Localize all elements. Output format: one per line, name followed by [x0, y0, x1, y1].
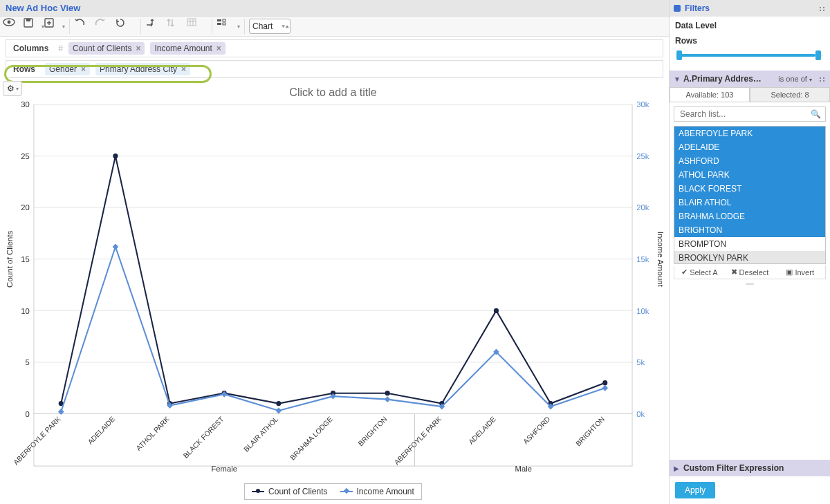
svg-text:ASHFORD: ASHFORD: [522, 415, 551, 445]
resize-handle-icon[interactable]: ══: [670, 279, 830, 287]
tab-selected[interactable]: Selected: 8: [750, 87, 830, 102]
legend: Count of Clients Income Amount: [244, 483, 422, 500]
svg-point-49: [113, 153, 118, 158]
svg-rect-60: [113, 244, 119, 250]
svg-text:15: 15: [21, 255, 30, 263]
city-item[interactable]: BLACK FOREST: [674, 182, 825, 196]
remove-icon[interactable]: ×: [81, 64, 86, 74]
svg-rect-7: [217, 23, 221, 25]
chart-type-select[interactable]: Chart: [249, 19, 290, 34]
city-item[interactable]: BRAHMA LODGE: [674, 209, 825, 223]
operator-select[interactable]: is one of ▾: [778, 75, 812, 83]
city-item[interactable]: BLAIR ATHOL: [674, 196, 825, 209]
collapse-icon[interactable]: ▼: [674, 75, 681, 83]
data-level-label: Data Level: [670, 17, 830, 32]
svg-text:BRIGHTON: BRIGHTON: [357, 415, 389, 447]
options-icon[interactable]: ▾: [216, 18, 240, 35]
remove-icon[interactable]: ×: [136, 44, 140, 53]
svg-text:ABERFOYLE PARK: ABERFOYLE PARK: [393, 415, 443, 466]
rows-level-slider[interactable]: [676, 48, 823, 62]
column-field[interactable]: Count of Clients×: [68, 42, 145, 55]
columns-label: Columns: [6, 44, 55, 53]
city-item[interactable]: ABERFOYLE PARK: [674, 127, 825, 140]
custom-filter-expression-header[interactable]: ▶ Custom Filter Expression: [670, 460, 830, 476]
preview-icon[interactable]: [3, 18, 24, 35]
remove-icon[interactable]: ×: [181, 64, 186, 74]
column-field[interactable]: Income Amount×: [150, 42, 225, 55]
svg-rect-65: [385, 396, 391, 402]
svg-point-58: [602, 380, 607, 385]
rows-shelf[interactable]: Rows Gender× Primary Address City×: [6, 60, 663, 78]
city-item[interactable]: ATHOL PARK: [674, 168, 825, 182]
apply-button[interactable]: Apply: [675, 482, 715, 498]
titlebar: New Ad Hoc View: [0, 0, 669, 16]
pivot-icon[interactable]: [145, 18, 166, 35]
svg-rect-9: [223, 23, 225, 25]
invert-button[interactable]: ▣ Invert: [775, 265, 825, 279]
tab-available[interactable]: Available: 103: [670, 87, 750, 102]
svg-text:25k: 25k: [636, 152, 649, 160]
remove-icon[interactable]: ×: [216, 44, 221, 53]
deselect-button[interactable]: ✖ Deselect: [725, 265, 775, 279]
svg-rect-3: [26, 19, 30, 21]
svg-point-52: [276, 401, 281, 406]
svg-point-1: [8, 21, 11, 24]
svg-rect-8: [223, 19, 225, 21]
city-item[interactable]: BRIGHTON: [674, 223, 825, 237]
svg-text:0: 0: [26, 410, 30, 418]
filter-tabs: Available: 103 Selected: 8: [670, 87, 830, 102]
svg-rect-6: [217, 19, 221, 21]
rows-level-label: Rows: [670, 32, 830, 47]
city-item[interactable]: ADELAIDE: [674, 140, 825, 154]
svg-text:Income Amount: Income Amount: [656, 232, 665, 288]
svg-text:10: 10: [21, 306, 30, 315]
svg-point-56: [494, 308, 499, 313]
filter-options-icon[interactable]: [815, 74, 826, 84]
filters-titlebar: Filters: [670, 0, 830, 17]
sort-icon[interactable]: [166, 18, 187, 35]
svg-rect-69: [602, 385, 608, 391]
chart-title-placeholder[interactable]: Click to add a title: [4, 85, 662, 102]
svg-text:ADELAIDE: ADELAIDE: [86, 415, 116, 446]
chart-canvas: 0510152025300k5k10k15k20k25k30kFemaleMal…: [4, 102, 662, 479]
svg-text:Male: Male: [515, 465, 532, 473]
svg-text:10k: 10k: [636, 306, 649, 315]
svg-text:ATHOL PARK: ATHOL PARK: [135, 415, 171, 452]
redo-icon[interactable]: [95, 18, 116, 35]
columns-shelf[interactable]: Columns # Count of Clients× Income Amoun…: [6, 39, 663, 57]
svg-point-54: [385, 391, 390, 395]
svg-text:BRIGHTON: BRIGHTON: [574, 415, 606, 447]
table-mode-icon[interactable]: [187, 18, 208, 35]
row-field[interactable]: Gender×: [45, 63, 90, 75]
city-item[interactable]: BROOKLYN PARK: [674, 251, 825, 264]
svg-rect-63: [276, 408, 282, 414]
legend-item[interactable]: Income Amount: [340, 487, 414, 496]
rows-label: Rows: [6, 64, 42, 74]
city-list[interactable]: ABERFOYLE PARKADELAIDEASHFORDATHOL PARKB…: [674, 126, 826, 264]
city-item[interactable]: ASHFORD: [674, 154, 825, 168]
svg-text:Female: Female: [211, 465, 237, 473]
filter-header[interactable]: ▼ A.Primary Addres… is one of ▾: [670, 71, 830, 87]
filter-search-input[interactable]: 🔍: [674, 106, 826, 122]
save-icon[interactable]: ▾: [24, 18, 44, 35]
select-all-button[interactable]: ✔ Select A: [674, 265, 725, 279]
export-icon[interactable]: ▾: [44, 18, 65, 35]
svg-text:30k: 30k: [636, 100, 649, 109]
chart-settings-icon[interactable]: ⚙▾: [3, 81, 22, 96]
search-icon[interactable]: 🔍: [811, 109, 821, 119]
undo-icon[interactable]: [74, 18, 95, 35]
svg-text:ABERFOYLE PARK: ABERFOYLE PARK: [12, 415, 62, 466]
panel-options-icon[interactable]: [815, 3, 826, 13]
filters-title: Filters: [685, 3, 815, 13]
reset-icon[interactable]: [116, 18, 136, 35]
legend-item[interactable]: Count of Clients: [252, 487, 327, 496]
svg-text:30: 30: [21, 100, 30, 109]
city-item[interactable]: BROMPTON: [674, 237, 825, 251]
svg-text:20: 20: [21, 203, 30, 212]
svg-rect-5: [187, 19, 196, 26]
svg-text:BLACK FOREST: BLACK FOREST: [182, 415, 225, 460]
svg-text:BLAIR ATHOL: BLAIR ATHOL: [243, 415, 280, 453]
view-title: New Ad Hoc View: [6, 3, 80, 13]
svg-text:25: 25: [21, 152, 30, 160]
row-field[interactable]: Primary Address City×: [95, 63, 190, 75]
